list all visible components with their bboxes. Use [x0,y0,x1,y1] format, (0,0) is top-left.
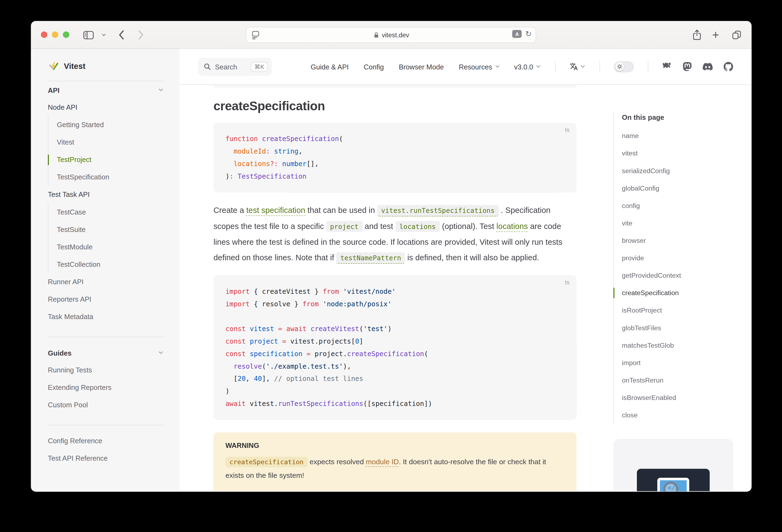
logo-text: Vitest [64,62,85,71]
minimize-window-button[interactable] [52,31,58,38]
toc-item-isbrowserenabled[interactable]: isBrowserEnabled [622,389,738,406]
sidebar-item-testcollection[interactable]: TestCollection [57,256,164,273]
warning-callout: WARNING createSpecification expects reso… [213,432,576,491]
address-bar[interactable]: vitest.dev A ↻ [246,27,536,43]
toc-items: namevitestserializedConfigglobalConfigco… [622,127,738,424]
text-run: expects resolved [308,458,366,466]
version-label: v3.0.0 [514,63,533,71]
theme-toggle-knob [615,62,624,71]
sidebar-item-runner-api[interactable]: Runner API [48,273,164,291]
search-label: Search [215,63,247,71]
sidebar-item-custom-pool[interactable]: Custom Pool [48,396,164,414]
close-window-button[interactable] [41,31,47,38]
version-menu[interactable]: v3.0.0 [514,63,541,71]
sidebar-group-label-node-api: Node API [48,99,164,116]
toc-item-matchestestglob[interactable]: matchesTestGlob [622,336,738,354]
inline-codelink[interactable]: vitest.runTestSpecifications [377,205,499,216]
inline-wlink[interactable]: module ID [366,458,399,466]
sidebar-menu-chevron-icon[interactable] [101,21,106,49]
sponsor-ad-card[interactable]: </> [613,439,733,491]
code-block-signature: ts function createSpecification( moduleI… [213,123,576,192]
sidebar-toggle-icon[interactable] [83,21,94,49]
forward-button[interactable] [138,21,144,49]
sidebar-section-label: API [48,86,60,94]
sidebar-item-testspecification[interactable]: TestSpecification [57,169,164,186]
text-run: that can be used in [305,206,377,214]
sidebar-section-guides[interactable]: Guides [48,344,164,361]
inline-link[interactable]: test specification [246,206,305,214]
lock-icon [373,31,379,38]
text-run: (optional). Test [440,222,496,230]
sidebar-item-getting-started[interactable]: Getting Started [57,116,164,134]
previous-code-block-tail [213,85,576,88]
toc-item-getprovidedcontext[interactable]: getProvidedContext [622,267,738,284]
sidebar-section-api[interactable]: API [48,81,164,99]
inline-link[interactable]: locations [496,222,528,230]
sidebar-item-config-reference[interactable]: Config Reference [48,432,164,450]
doc-content: createSpecification ts function createSp… [179,85,751,491]
navbar-separator [648,61,648,73]
theme-toggle[interactable] [614,61,634,72]
toc-item-globtestfiles[interactable]: globTestFiles [622,319,738,336]
bluesky-icon[interactable] [662,62,672,71]
reload-icon[interactable]: ↻ [525,29,532,38]
sidebar-item-reporters-api[interactable]: Reporters API [48,291,164,308]
nav-link-guide-api[interactable]: Guide & API [311,63,349,71]
sidebar-item-testproject[interactable]: TestProject [57,151,164,169]
toc-item-browser[interactable]: browser [622,232,738,249]
chevron-down-icon [495,64,500,69]
github-icon[interactable] [724,62,733,71]
zoom-window-button[interactable] [63,31,69,38]
sidebar-group: TestCaseTestSuiteTestModuleTestCollectio… [48,203,164,273]
inline-codelink[interactable]: testNamePattern [336,252,405,264]
sidebar-section-label: Guides [48,349,72,357]
show-tabs-icon[interactable] [732,21,742,49]
sidebar-item-testcase[interactable]: TestCase [57,203,164,221]
browser-toolbar: vitest.dev A ↻ + [31,21,752,49]
toc-item-globalconfig[interactable]: globalConfig [622,179,738,197]
language-menu[interactable] [570,62,586,71]
share-icon[interactable] [692,21,702,49]
translate-icon[interactable]: A [512,30,522,38]
inline-wcode: createSpecification [225,457,308,467]
code-lang-badge: ts [565,279,569,285]
toc-item-provide[interactable]: provide [622,249,738,267]
safari-window: vitest.dev A ↻ + [31,21,752,492]
sidebar-item-testsuite[interactable]: TestSuite [57,221,164,238]
toc-item-serializedconfig[interactable]: serializedConfig [622,162,738,179]
search-icon [203,63,211,70]
nav-link-browser-mode[interactable]: Browser Mode [399,63,444,71]
toc-item-name[interactable]: name [622,127,738,145]
discord-icon[interactable] [703,63,713,71]
toc-item-vitest[interactable]: vitest [622,145,738,162]
new-tab-icon[interactable]: + [712,21,719,49]
back-button[interactable] [118,21,124,49]
inline-code: locations [395,221,440,232]
sidebar-item-testmodule[interactable]: TestModule [57,239,164,256]
screen: vitest.dev A ↻ + [0,0,782,532]
nav-link-resources[interactable]: Resources [459,63,500,71]
search-button[interactable]: Search ⌘K [198,58,272,76]
toc-item-ontestsrerun[interactable]: onTestsRerun [622,371,738,389]
toc-item-import[interactable]: import [622,354,738,371]
vitest-logo-icon [48,61,59,72]
navbar-links: Guide & APIConfigBrowser ModeResources [311,63,500,71]
toc-item-vite[interactable]: vite [622,215,738,232]
chevron-down-icon [158,87,164,93]
sidebar-item-vitest[interactable]: Vitest [57,134,164,151]
nav-link-config[interactable]: Config [364,63,384,71]
vitest-logo[interactable]: Vitest [48,61,164,72]
code-lines: import { createVitest } from 'vitest/nod… [225,285,565,410]
sidebar-item-test-api-reference[interactable]: Test API Reference [48,450,164,467]
toc-item-config[interactable]: config [622,197,738,214]
description-paragraph: Create a test specification that can be … [213,203,567,266]
sidebar-item-running-tests[interactable]: Running Tests [48,361,164,379]
toc-item-close[interactable]: close [622,406,738,424]
toc-item-createspecification[interactable]: createSpecification [622,284,738,302]
sidebar-divider [48,336,164,337]
mastodon-icon[interactable] [683,62,692,71]
sidebar-item-extending-reporters[interactable]: Extending Reporters [48,379,164,396]
chevron-down-icon [536,64,541,69]
sidebar-item-task-metadata[interactable]: Task Metadata [48,308,164,326]
toc-item-isrootproject[interactable]: isRootProject [622,302,738,319]
